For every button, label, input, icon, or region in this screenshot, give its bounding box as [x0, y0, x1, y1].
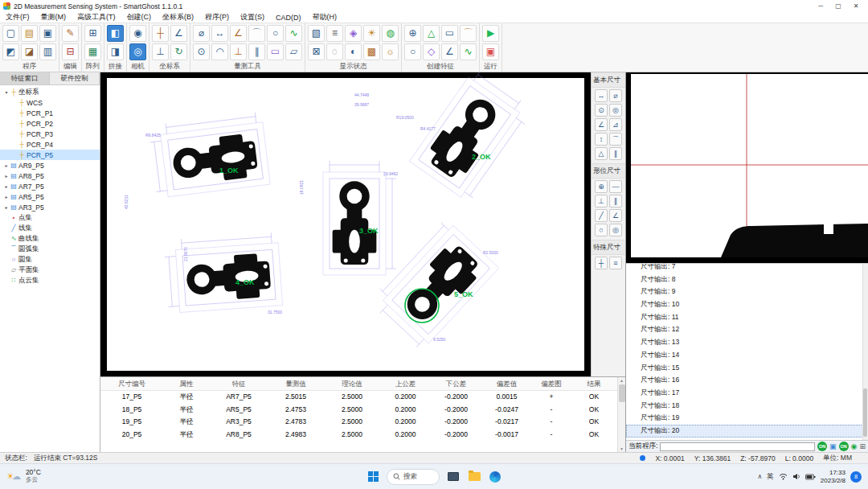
roundness-tolerance-icon[interactable]: ○: [595, 224, 608, 236]
table-row[interactable]: 17_P5半径AR7_P52.50152.50000.2000-0.20000.…: [100, 391, 617, 404]
diameter-dimension-icon[interactable]: ⌀: [609, 89, 622, 102]
expander-icon[interactable]: ▸: [3, 183, 10, 189]
export-settings-icon[interactable]: ⊞: [859, 442, 866, 451]
menu-item-8[interactable]: CAD(D): [270, 14, 307, 22]
expander-icon[interactable]: ▸: [3, 173, 10, 179]
tree-item[interactable]: ╱线集: [0, 223, 100, 233]
point-dimension-icon[interactable]: ↔: [595, 89, 608, 102]
taskbar-app-file-explorer[interactable]: [467, 470, 481, 484]
display-grid-icon[interactable]: ▧: [308, 25, 325, 42]
expander-icon[interactable]: ▾: [3, 89, 10, 95]
display-mode-icon[interactable]: ▣: [829, 442, 837, 451]
battery-icon[interactable]: [805, 474, 816, 480]
height-dimension-icon[interactable]: ↕: [595, 133, 608, 146]
table-row[interactable]: 19_P5半径AR3_P52.47832.50000.2000-0.2000-0…: [100, 416, 617, 429]
angularity-tolerance-icon[interactable]: ∠: [609, 209, 622, 222]
create-diamond-icon[interactable]: ◇: [423, 43, 440, 60]
output-item[interactable]: 尺寸输出: 9: [626, 286, 868, 298]
output-scroll-thumb[interactable]: [863, 388, 867, 437]
on-toggle-2[interactable]: ON: [839, 442, 849, 451]
csys-rotate-icon[interactable]: ↻: [170, 43, 187, 60]
tree-item[interactable]: ▱平面集: [0, 265, 100, 275]
tree-item[interactable]: ∿曲线集: [0, 233, 100, 244]
csys-create-icon[interactable]: ┼: [152, 25, 169, 42]
export-program-icon[interactable]: ◪: [21, 43, 38, 60]
tree-item[interactable]: ┼PCR_P5: [0, 150, 100, 160]
diameter-measure-icon[interactable]: ⌀: [193, 25, 210, 42]
tree-item[interactable]: ▸▤AR3_P5: [0, 202, 100, 212]
inclination-tolerance-icon[interactable]: ╱: [595, 209, 608, 222]
expander-icon[interactable]: ▸: [3, 204, 10, 210]
output-item[interactable]: 尺寸输出: 12: [626, 323, 868, 336]
camera-live-icon[interactable]: ◎: [129, 43, 146, 60]
camera-snapshot-icon[interactable]: ◉: [851, 442, 858, 451]
create-point-icon[interactable]: ⊕: [404, 25, 421, 42]
halfround-measure-icon[interactable]: ◠: [211, 43, 228, 60]
run-program-icon[interactable]: ▶: [482, 25, 499, 42]
close-button[interactable]: ✕: [847, 0, 865, 12]
dimension-list-icon[interactable]: ≡: [609, 257, 622, 269]
stitch-map-tool-icon[interactable]: ◨: [107, 43, 124, 60]
menu-item-5[interactable]: 坐标系(B): [157, 12, 199, 23]
tree-item[interactable]: ▸▤AR7_P5: [0, 181, 100, 191]
volume-icon[interactable]: [792, 473, 800, 480]
tree-item[interactable]: ┼PCR_P1: [0, 108, 100, 118]
run-single-icon[interactable]: ▣: [482, 43, 499, 60]
rect-measure-icon[interactable]: ▭: [267, 43, 284, 60]
tree-item[interactable]: ∷点云集: [0, 275, 100, 286]
taskbar-app-monitor[interactable]: [446, 470, 461, 484]
scroll-up-icon[interactable]: ▲: [620, 377, 624, 384]
csys-angle-icon[interactable]: ∠: [170, 25, 187, 42]
menu-item-3[interactable]: 高级工具(T): [72, 12, 121, 23]
output-item[interactable]: 尺寸输出: 16: [626, 374, 868, 387]
program-list-icon[interactable]: ▥: [39, 43, 56, 60]
display-contrast-icon[interactable]: ◐: [345, 43, 362, 60]
tree-item[interactable]: •点集: [0, 212, 100, 223]
display-list-icon[interactable]: ≡: [326, 25, 343, 42]
output-item[interactable]: 尺寸输出: 11: [626, 311, 868, 324]
new-program-icon[interactable]: ▢: [2, 25, 19, 42]
table-row[interactable]: 18_P5半径AR5_P52.47532.50000.2000-0.2000-0…: [100, 404, 617, 417]
csys-align-icon[interactable]: ⊥: [152, 43, 169, 60]
arc-measure-icon[interactable]: ⌒: [248, 25, 265, 42]
tree-item[interactable]: ⌒圆弧集: [0, 244, 100, 254]
output-scrollbar[interactable]: [862, 264, 868, 440]
create-angle-icon[interactable]: ∠: [441, 43, 458, 60]
on-toggle-1[interactable]: ON: [817, 442, 827, 451]
tree-item[interactable]: ○圆集: [0, 254, 100, 265]
output-item[interactable]: 尺寸输出: 8: [626, 273, 868, 286]
measurement-canvas[interactable]: 1_OK2_OK3_OK4_OK5_OK44.744839.9687R19.05…: [100, 72, 591, 376]
create-curve-icon[interactable]: ∿: [460, 43, 477, 60]
perpendicular-measure-icon[interactable]: ⊥: [230, 43, 247, 60]
array-tool-icon[interactable]: ⊞: [84, 25, 101, 42]
save-program-icon[interactable]: ▣: [39, 25, 56, 42]
tab-feature-window[interactable]: 特征窗口: [0, 72, 50, 84]
plane-measure-icon[interactable]: ▱: [285, 43, 302, 60]
table-row[interactable]: 20_P5半径AR8_P52.49832.50000.2000-0.2000-0…: [100, 429, 617, 442]
create-rect-icon[interactable]: ▭: [441, 25, 458, 42]
output-item[interactable]: 尺寸输出: 15: [626, 362, 868, 375]
menu-item-7[interactable]: 设置(S): [235, 12, 270, 23]
display-outline-icon[interactable]: ◌: [326, 43, 343, 60]
scroll-down-icon[interactable]: ▼: [620, 446, 624, 452]
output-item[interactable]: 尺寸输出: 20: [626, 425, 868, 438]
camera-capture-icon[interactable]: ◉: [129, 25, 146, 42]
tree-item[interactable]: ▾┼坐标系: [0, 87, 100, 97]
start-button[interactable]: [366, 470, 380, 484]
circle-measure-icon[interactable]: ○: [267, 25, 284, 42]
tree-item[interactable]: ┼PCR_P4: [0, 139, 100, 150]
table-scrollbar[interactable]: ▲ ▼: [617, 377, 625, 452]
concentric-dimension-icon[interactable]: ◎: [609, 104, 622, 117]
special-dimension-icon[interactable]: ┼: [595, 257, 608, 269]
menu-item-1[interactable]: 文件(F): [0, 12, 35, 23]
display-light-icon[interactable]: ☼: [382, 43, 399, 60]
output-item[interactable]: 尺寸输出: 10: [626, 298, 868, 311]
expander-icon[interactable]: ▸: [3, 194, 10, 199]
clock[interactable]: 17:33 2023/2/8: [821, 469, 845, 484]
taper-dimension-icon[interactable]: ⊿: [609, 118, 622, 131]
minimize-button[interactable]: ─: [812, 0, 829, 12]
taskbar-search[interactable]: 搜索: [387, 469, 440, 485]
strip-section-title[interactable]: 基本尺寸: [592, 72, 625, 88]
concentricity-tolerance-icon[interactable]: ◎: [609, 224, 622, 236]
tree-item[interactable]: ▸▤AR8_P5: [0, 171, 100, 181]
